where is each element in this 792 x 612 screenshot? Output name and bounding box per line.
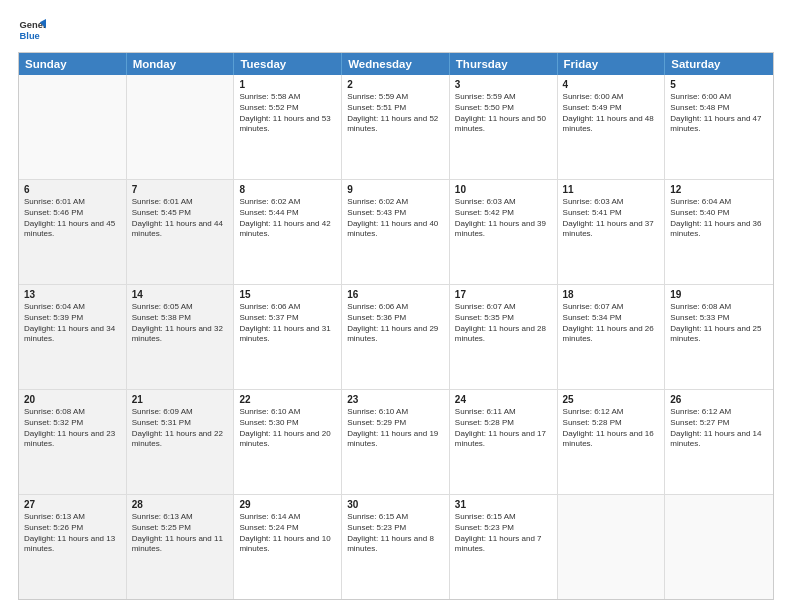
sunset-text: Sunset: 5:49 PM — [563, 103, 660, 114]
calendar-cell: 4Sunrise: 6:00 AMSunset: 5:49 PMDaylight… — [558, 75, 666, 179]
day-number: 2 — [347, 79, 444, 90]
sunrise-text: Sunrise: 6:08 AM — [670, 302, 768, 313]
sunrise-text: Sunrise: 6:04 AM — [24, 302, 121, 313]
header-day-saturday: Saturday — [665, 53, 773, 75]
sunrise-text: Sunrise: 6:15 AM — [455, 512, 552, 523]
sunset-text: Sunset: 5:38 PM — [132, 313, 229, 324]
daylight-text: Daylight: 11 hours and 37 minutes. — [563, 219, 660, 241]
day-number: 3 — [455, 79, 552, 90]
daylight-text: Daylight: 11 hours and 19 minutes. — [347, 429, 444, 451]
sunrise-text: Sunrise: 5:58 AM — [239, 92, 336, 103]
day-number: 5 — [670, 79, 768, 90]
daylight-text: Daylight: 11 hours and 34 minutes. — [24, 324, 121, 346]
sunset-text: Sunset: 5:27 PM — [670, 418, 768, 429]
calendar-cell: 16Sunrise: 6:06 AMSunset: 5:36 PMDayligh… — [342, 285, 450, 389]
sunset-text: Sunset: 5:46 PM — [24, 208, 121, 219]
header-day-thursday: Thursday — [450, 53, 558, 75]
daylight-text: Daylight: 11 hours and 13 minutes. — [24, 534, 121, 556]
day-number: 26 — [670, 394, 768, 405]
sunrise-text: Sunrise: 6:02 AM — [239, 197, 336, 208]
calendar-cell: 5Sunrise: 6:00 AMSunset: 5:48 PMDaylight… — [665, 75, 773, 179]
daylight-text: Daylight: 11 hours and 8 minutes. — [347, 534, 444, 556]
daylight-text: Daylight: 11 hours and 45 minutes. — [24, 219, 121, 241]
sunset-text: Sunset: 5:43 PM — [347, 208, 444, 219]
daylight-text: Daylight: 11 hours and 52 minutes. — [347, 114, 444, 136]
calendar-cell — [127, 75, 235, 179]
sunset-text: Sunset: 5:25 PM — [132, 523, 229, 534]
day-number: 7 — [132, 184, 229, 195]
day-number: 12 — [670, 184, 768, 195]
day-number: 6 — [24, 184, 121, 195]
day-number: 14 — [132, 289, 229, 300]
calendar-header: SundayMondayTuesdayWednesdayThursdayFrid… — [19, 53, 773, 75]
calendar-body: 1Sunrise: 5:58 AMSunset: 5:52 PMDaylight… — [19, 75, 773, 599]
sunrise-text: Sunrise: 5:59 AM — [455, 92, 552, 103]
sunset-text: Sunset: 5:45 PM — [132, 208, 229, 219]
logo: General Blue — [18, 16, 46, 44]
sunset-text: Sunset: 5:41 PM — [563, 208, 660, 219]
daylight-text: Daylight: 11 hours and 31 minutes. — [239, 324, 336, 346]
daylight-text: Daylight: 11 hours and 44 minutes. — [132, 219, 229, 241]
daylight-text: Daylight: 11 hours and 20 minutes. — [239, 429, 336, 451]
sunrise-text: Sunrise: 6:04 AM — [670, 197, 768, 208]
daylight-text: Daylight: 11 hours and 14 minutes. — [670, 429, 768, 451]
calendar-cell: 11Sunrise: 6:03 AMSunset: 5:41 PMDayligh… — [558, 180, 666, 284]
sunrise-text: Sunrise: 6:01 AM — [132, 197, 229, 208]
sunset-text: Sunset: 5:40 PM — [670, 208, 768, 219]
sunset-text: Sunset: 5:44 PM — [239, 208, 336, 219]
day-number: 18 — [563, 289, 660, 300]
calendar-cell: 12Sunrise: 6:04 AMSunset: 5:40 PMDayligh… — [665, 180, 773, 284]
day-number: 31 — [455, 499, 552, 510]
sunrise-text: Sunrise: 6:00 AM — [670, 92, 768, 103]
sunset-text: Sunset: 5:34 PM — [563, 313, 660, 324]
calendar-cell: 6Sunrise: 6:01 AMSunset: 5:46 PMDaylight… — [19, 180, 127, 284]
calendar-cell: 22Sunrise: 6:10 AMSunset: 5:30 PMDayligh… — [234, 390, 342, 494]
calendar-cell: 24Sunrise: 6:11 AMSunset: 5:28 PMDayligh… — [450, 390, 558, 494]
sunrise-text: Sunrise: 6:10 AM — [239, 407, 336, 418]
sunrise-text: Sunrise: 6:06 AM — [239, 302, 336, 313]
daylight-text: Daylight: 11 hours and 36 minutes. — [670, 219, 768, 241]
calendar-cell: 23Sunrise: 6:10 AMSunset: 5:29 PMDayligh… — [342, 390, 450, 494]
calendar: SundayMondayTuesdayWednesdayThursdayFrid… — [18, 52, 774, 600]
sunrise-text: Sunrise: 6:02 AM — [347, 197, 444, 208]
sunrise-text: Sunrise: 6:10 AM — [347, 407, 444, 418]
sunset-text: Sunset: 5:23 PM — [347, 523, 444, 534]
calendar-cell: 1Sunrise: 5:58 AMSunset: 5:52 PMDaylight… — [234, 75, 342, 179]
calendar-cell: 8Sunrise: 6:02 AMSunset: 5:44 PMDaylight… — [234, 180, 342, 284]
sunrise-text: Sunrise: 6:07 AM — [563, 302, 660, 313]
day-number: 10 — [455, 184, 552, 195]
calendar-cell: 30Sunrise: 6:15 AMSunset: 5:23 PMDayligh… — [342, 495, 450, 599]
day-number: 1 — [239, 79, 336, 90]
sunset-text: Sunset: 5:33 PM — [670, 313, 768, 324]
sunrise-text: Sunrise: 6:11 AM — [455, 407, 552, 418]
calendar-cell — [19, 75, 127, 179]
calendar-week-5: 27Sunrise: 6:13 AMSunset: 5:26 PMDayligh… — [19, 494, 773, 599]
sunset-text: Sunset: 5:48 PM — [670, 103, 768, 114]
sunset-text: Sunset: 5:35 PM — [455, 313, 552, 324]
calendar-cell: 10Sunrise: 6:03 AMSunset: 5:42 PMDayligh… — [450, 180, 558, 284]
calendar-cell: 18Sunrise: 6:07 AMSunset: 5:34 PMDayligh… — [558, 285, 666, 389]
calendar-week-1: 1Sunrise: 5:58 AMSunset: 5:52 PMDaylight… — [19, 75, 773, 179]
calendar-cell: 14Sunrise: 6:05 AMSunset: 5:38 PMDayligh… — [127, 285, 235, 389]
daylight-text: Daylight: 11 hours and 17 minutes. — [455, 429, 552, 451]
calendar-cell: 27Sunrise: 6:13 AMSunset: 5:26 PMDayligh… — [19, 495, 127, 599]
day-number: 29 — [239, 499, 336, 510]
calendar-cell: 19Sunrise: 6:08 AMSunset: 5:33 PMDayligh… — [665, 285, 773, 389]
day-number: 24 — [455, 394, 552, 405]
calendar-cell: 7Sunrise: 6:01 AMSunset: 5:45 PMDaylight… — [127, 180, 235, 284]
daylight-text: Daylight: 11 hours and 16 minutes. — [563, 429, 660, 451]
calendar-cell: 25Sunrise: 6:12 AMSunset: 5:28 PMDayligh… — [558, 390, 666, 494]
header-day-wednesday: Wednesday — [342, 53, 450, 75]
day-number: 27 — [24, 499, 121, 510]
calendar-cell: 29Sunrise: 6:14 AMSunset: 5:24 PMDayligh… — [234, 495, 342, 599]
sunrise-text: Sunrise: 6:12 AM — [670, 407, 768, 418]
sunset-text: Sunset: 5:30 PM — [239, 418, 336, 429]
sunrise-text: Sunrise: 6:14 AM — [239, 512, 336, 523]
sunrise-text: Sunrise: 6:05 AM — [132, 302, 229, 313]
day-number: 23 — [347, 394, 444, 405]
sunrise-text: Sunrise: 6:06 AM — [347, 302, 444, 313]
sunset-text: Sunset: 5:39 PM — [24, 313, 121, 324]
sunset-text: Sunset: 5:24 PM — [239, 523, 336, 534]
sunset-text: Sunset: 5:42 PM — [455, 208, 552, 219]
header-day-monday: Monday — [127, 53, 235, 75]
